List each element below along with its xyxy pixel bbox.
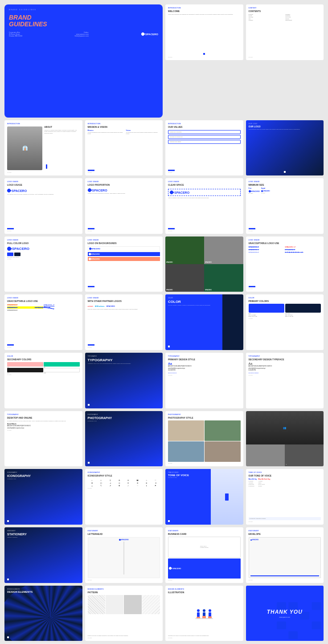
slide-25-bg: PHOTOGRAPHY PHOTOGRAPHY Photography Styl…	[85, 411, 163, 467]
slide-31-photo: Photography integration example	[249, 517, 321, 520]
slide-color-main: COLOR COLOR Our color palette is careful…	[165, 294, 243, 350]
slide-8-title: LOGO USAGE	[7, 183, 80, 186]
cover-address: Corporate office26 Henry StreetChaska, M…	[9, 32, 22, 37]
slide-full-color: LOGO USAGE FULL COLOR LOGO SPACERO Blue:…	[4, 236, 82, 292]
cover-online: Online:www.spacero.comHello@spacero.com	[75, 32, 89, 37]
cover-label: BRAND GUIDELINES	[9, 9, 158, 11]
slide-18-split: COLOR COLOR Our color palette is careful…	[165, 294, 243, 350]
slide-33-footer: SPACERO	[88, 579, 160, 580]
slide-14-p1: SPACERO	[165, 236, 204, 264]
svg-rect-9	[208, 616, 212, 618]
slide-37-body: Patterns are used as design elements to …	[88, 635, 160, 637]
slide-welcome: INTRODUCTION WELCOME These brand guideli…	[165, 4, 243, 60]
slide-31-footer: SPACERO	[249, 521, 321, 522]
slide-thank-you: THANK YOU www.spacero.com	[246, 586, 324, 641]
slide-3-footer: SPACERO	[249, 57, 321, 57]
slide-values: INTRODUCTION OUR VALUES Sharing and conn…	[165, 120, 243, 176]
slide-9-logo: SPACERO	[88, 188, 160, 192]
slide-34-cards: Simon TanyeCreative Director SPACERO	[168, 537, 241, 579]
slide-38-body: Illustrations are used to communicate co…	[168, 635, 241, 637]
slide-20-white: White	[44, 368, 80, 373]
slide-34-front: Simon TanyeCreative Director	[168, 537, 241, 558]
slide-27-photos: 👥 ✈	[246, 411, 324, 467]
slide-8-footer: SPACERO	[7, 230, 80, 231]
slide-5-vision: Vision To become the world's most truste…	[126, 130, 160, 170]
slide-pattern: DESIGN ELEMENTS PATTERN Patterns are use…	[85, 586, 163, 641]
svg-rect-6	[195, 618, 213, 619]
svg-point-0	[197, 609, 200, 612]
cover-footer: Corporate office26 Henry StreetChaska, M…	[9, 32, 158, 37]
icon-calendar: ◫	[97, 482, 105, 484]
slide-14-p4: SPACERO	[204, 264, 243, 292]
slide-16-ua1: SPACERO ✗	[7, 304, 43, 306]
slide-26-title: PHOTOGRAPHY STYLE	[168, 416, 241, 419]
slide-32-tag: Stationery guidelines	[7, 537, 80, 538]
slide-32-bg: STATIONERY STATIONERY Stationery guideli…	[4, 527, 82, 583]
slide-8-logo: SPACERO	[7, 189, 80, 192]
slide-7-body: Logo guidelines define the correct usage…	[249, 129, 321, 130]
icon-bell: ⊕	[133, 482, 142, 484]
slide-15-label: LOGO USAGE	[249, 239, 321, 241]
slide-35-footer: SPACERO	[249, 579, 321, 580]
slide-35-env: SPACERO	[249, 537, 321, 578]
slide-16-label: LOGO USAGE	[7, 297, 80, 299]
icon-share: ⊗	[142, 482, 151, 484]
slide-24-body: For digital applications use the system …	[7, 420, 80, 422]
slide-31-do: What We Say ConfidentAuthenticPassionate…	[249, 478, 257, 516]
slide-26-footer: SPACERO	[168, 463, 241, 464]
slide-stationery-bg: STATIONERY STATIONERY Stationery guideli…	[4, 527, 82, 583]
slide-12-label: LOGO USAGE	[7, 239, 80, 241]
slide-3-title: CONTENTS	[249, 10, 321, 12]
slide-unacceptable1: LOGO USAGE UNACCEPTABLE LOGO USE SPACERO…	[246, 236, 324, 292]
icon-edit: ✎	[97, 485, 105, 487]
slide-29-grid: ⌂ ☺ ⚲ ⚙ ✉ ☎ ☆ ♡ ⊞ ◫ ⊿ ◎ ⊡ ⊕ ⊗ ⊖ △ ✎ ✗ ✚ …	[88, 479, 160, 487]
slide-illustration: DESIGN ELEMENTS ILLUSTRATION Illustratio…	[165, 586, 243, 641]
slide-our-tone: TONE OF VOICE OUR TONE OF VOICE What We …	[246, 469, 324, 525]
slide-secondary-design: TYPOGRAPHY SECONDARY DESIGN TYPEFACE Aa …	[246, 353, 324, 408]
slide-secondary-colors: COLOR SECONDARY COLORS Pink Teal Black W…	[4, 353, 82, 408]
icon-info: ℹ	[142, 485, 151, 487]
slide-15-grid: SPACERO ✗ SPACERO ✗ SPACERO ✗ SPACERO ✗ …	[249, 246, 321, 253]
slide-29-label: ICONOGRAPHY	[88, 472, 160, 473]
slide-tone-voice: TONE OF VOICE TONE OF VOICE Our Tone of …	[165, 469, 243, 525]
slide-20-title: SECONDARY COLORS	[7, 358, 80, 361]
slide-37-label: DESIGN ELEMENTS	[88, 588, 160, 590]
slide-2-body: These brand guidelines are designed and …	[168, 14, 241, 16]
slide-34-back: SPACERO	[168, 558, 241, 579]
slide-31-cols: What We Say ConfidentAuthenticPassionate…	[249, 478, 321, 516]
slide-28-bg: ICONOGRAPHY ICONOGRAPHY Iconography Styl…	[4, 469, 82, 525]
icon-flag: ⚑	[152, 485, 160, 487]
svg-point-2	[203, 609, 205, 612]
slide-35-body	[250, 541, 320, 575]
slide-10-body: Always maintain a clear space around the…	[168, 197, 241, 199]
slide-primary-design: TYPOGRAPHY PRIMARY DESIGN STYLE Aa ABCDE…	[165, 353, 243, 408]
slide-11-footer: SPACERO	[249, 230, 321, 231]
slide-20-label: COLOR	[7, 355, 80, 357]
slide-23-label: TYPOGRAPHY	[249, 355, 321, 357]
slide-9-label: LOGO USAGE	[88, 181, 160, 183]
icon-home: ⌂	[88, 479, 96, 481]
slide-19-title: PRIMARY COLORS	[249, 300, 321, 302]
slide-22-label: TYPOGRAPHY	[168, 355, 241, 357]
svg-rect-10	[277, 602, 286, 610]
slide-17-spacero: SPACERO	[106, 305, 115, 307]
slide-33-label: STATIONERY	[88, 530, 160, 532]
slide-11-title: MINIMUM SIZE	[249, 183, 321, 186]
slide-33-title: LETTERHEAD	[88, 533, 160, 535]
slide-envelope: STATIONERY ENVELOPE SPACERO SPACERO	[246, 527, 324, 583]
slide-12-logo: SPACERO	[7, 247, 80, 251]
slide-9-rect	[88, 228, 94, 229]
slide-9-footer: SPACERO	[88, 230, 160, 231]
slide-logo-photo: SPACERO SPACERO SPACERO SPACERO	[165, 236, 243, 292]
slide-16-title: UNACCEPTABLE LOGO USE	[7, 300, 80, 302]
slide-30-right	[211, 469, 243, 525]
slide-21-bg: TYPOGRAPHY TYPOGRAPHY Typography plays a…	[85, 353, 163, 408]
icon-map: ◎	[115, 482, 123, 484]
slide-19-footer: SPACERO	[249, 318, 321, 319]
slide-26-grid	[168, 420, 241, 462]
slide-13-logo2: SPACERO	[88, 252, 160, 256]
slide-2-sq	[203, 53, 205, 55]
svg-rect-12	[300, 612, 310, 620]
cover-title: BRANDGUIDELINES	[9, 14, 158, 28]
slide-19-label: COLOR	[249, 297, 321, 299]
